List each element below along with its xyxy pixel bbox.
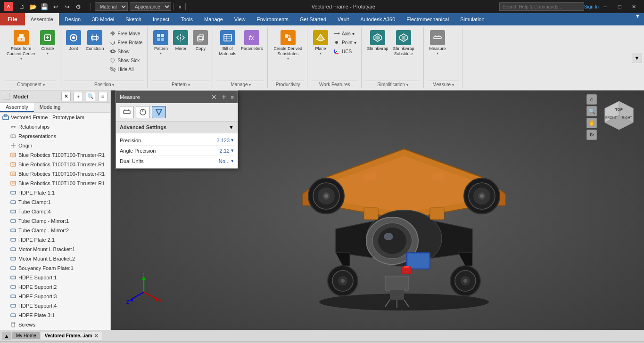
home-view-btn[interactable]: ⌂ — [586, 94, 597, 105]
shrinkwrap-sub-btn[interactable]: ShrinkwrapSubstitute — [391, 29, 416, 57]
hide-all-btn[interactable]: Hide All — [107, 65, 145, 74]
shrinkwrap-btn[interactable]: Shrinkwrap — [365, 29, 390, 52]
add-tree-btn[interactable]: + — [74, 92, 83, 101]
collapse-tree-btn[interactable]: ✕ — [61, 92, 71, 101]
tree-item-tubeclamp1[interactable]: Tube Clamp:1 — [0, 197, 110, 207]
tab-close-btn[interactable]: ✕ — [94, 333, 99, 339]
tree-item-thruster-4[interactable]: Blue Robotics T100T100-Thruster-R1 — [0, 179, 110, 188]
search-input[interactable] — [499, 2, 584, 11]
tree-item-tubeclamp4[interactable]: Tube Clamp:4 — [0, 207, 110, 216]
advanced-settings-toggle[interactable]: Advanced Settings ▼ — [116, 122, 238, 133]
copy-btn[interactable]: Copy — [191, 29, 210, 52]
tab-vectored-frame[interactable]: Vectored Frame...iam ✕ — [41, 332, 103, 340]
signin-label[interactable]: Sign In — [584, 4, 599, 9]
tree-item-representations[interactable]: Representations — [0, 131, 110, 141]
menu-simulation[interactable]: Simulation — [454, 13, 490, 25]
tree-item-hdpe3[interactable]: HDPE Plate 3:1 — [0, 310, 110, 320]
maximize-btn[interactable]: □ — [613, 2, 626, 11]
tree-item-origin[interactable]: Origin — [0, 141, 110, 150]
tree-item-thruster-2[interactable]: Blue Robotics T100T100-Thruster-R1 — [0, 160, 110, 169]
ribbon-expand-btn[interactable]: ▼ — [632, 53, 642, 63]
menu-autodesk-a360[interactable]: Autodesk A360 — [355, 13, 401, 25]
minimize-btn[interactable]: ─ — [599, 2, 612, 11]
tree-item-tubeclampm1[interactable]: Tube Clamp - Mirror:1 — [0, 216, 110, 226]
new-btn[interactable]: 🗋 — [17, 2, 26, 11]
angle-precision-value[interactable]: 2.12 ▾ — [220, 147, 234, 154]
zoom-btn[interactable]: 🔍 — [586, 106, 597, 116]
show-sick-btn[interactable]: Show Sick — [107, 56, 145, 65]
material-selector[interactable]: Material — [95, 2, 128, 11]
save-btn[interactable]: 💾 — [40, 2, 49, 11]
tree-item-relationships[interactable]: Relationships — [0, 122, 110, 131]
appearance-selector[interactable]: Appearance — [130, 2, 171, 11]
expand-ribbon-btn[interactable]: ▼ — [635, 13, 640, 25]
place-from-content-center-btn[interactable]: Place fromContent Center ▾ — [5, 29, 37, 62]
dual-units-value[interactable]: No... ▾ — [219, 158, 234, 164]
menu-environments[interactable]: Environments — [251, 13, 294, 25]
menu-view[interactable]: View — [229, 13, 251, 25]
tree-item-hdpe1[interactable]: HDPE Plate 1:1 — [0, 188, 110, 197]
menu-assemble[interactable]: Assemble — [25, 13, 59, 25]
menu-manage[interactable]: Manage — [198, 13, 229, 25]
tree-item-mmb1[interactable]: Motor Mount L Bracket:1 — [0, 245, 110, 254]
measure-btn[interactable]: Measure ▾ — [428, 29, 448, 57]
free-move-btn[interactable]: Free Move — [107, 29, 145, 38]
measure-panel-add-btn[interactable]: + — [222, 93, 226, 101]
menu-design[interactable]: Design — [59, 13, 86, 25]
tree-item-root[interactable]: Vectored Frame - Prototype.iam — [0, 113, 110, 122]
tree-item-support4[interactable]: HDPE Support:4 — [0, 301, 110, 310]
tab-nav-left-btn[interactable]: ▲ — [2, 332, 11, 340]
viewcube[interactable]: TOP RIGHT FRONT — [598, 94, 640, 137]
menu-sketch[interactable]: Sketch — [120, 13, 147, 25]
bom-btn[interactable]: Bill ofMaterials — [217, 29, 238, 57]
tab-modeling[interactable]: Modeling — [34, 103, 66, 112]
measure-tool-2-btn[interactable] — [136, 106, 150, 118]
tree-item-thruster-3[interactable]: Blue Robotics T100T100-Thruster-R1 — [0, 169, 110, 179]
undo-btn[interactable]: ↩ — [51, 2, 60, 11]
tree-item-screws[interactable]: Screws — [0, 320, 110, 329]
orbit-btn[interactable]: ↻ — [586, 130, 597, 140]
measure-panel-menu-btn[interactable]: ≡ — [231, 94, 234, 100]
tree-item-support1[interactable]: HDPE Support:1 — [0, 273, 110, 282]
tree-item-mmb2[interactable]: Motor Mount L Bracket:2 — [0, 254, 110, 263]
tree-item-hdpe2[interactable]: HDPE Plate 2:1 — [0, 235, 110, 245]
menu-inspect[interactable]: Inspect — [147, 13, 175, 25]
close-btn[interactable]: ✕ — [627, 2, 640, 11]
menu-electromechanical[interactable]: Electromechanical — [401, 13, 454, 25]
tree-item-support2[interactable]: HDPE Support:2 — [0, 282, 110, 292]
menu-3dmodel[interactable]: 3D Model — [86, 13, 120, 25]
measure-tool-1-btn[interactable] — [120, 106, 134, 118]
pattern-btn[interactable]: Pattern ▾ — [151, 29, 170, 57]
plane-btn[interactable]: Plane ▾ — [311, 29, 330, 57]
tree-item-thruster-1[interactable]: Blue Robotics T100T100-Thruster-R1 — [0, 150, 110, 160]
tree-item-foam[interactable]: Bouyancy Foam Plate:1 — [0, 263, 110, 273]
show-btn[interactable]: Show — [107, 47, 145, 56]
search-tree-btn[interactable]: 🔍 — [86, 92, 95, 101]
parameters-btn[interactable]: fx Parameters — [239, 29, 265, 52]
redo-btn[interactable]: ↪ — [62, 2, 72, 11]
file-menu[interactable]: File — [0, 13, 25, 25]
joint-btn[interactable]: Joint — [64, 29, 83, 52]
tree-item-tubeclampm2[interactable]: Tube Clamp - Mirror:2 — [0, 226, 110, 235]
measure-panel-close-btn[interactable]: ✕ — [211, 93, 217, 101]
precision-value[interactable]: 3.123 ▾ — [216, 137, 234, 143]
menu-vault[interactable]: Vault — [332, 13, 355, 25]
tree-menu-btn[interactable]: ≡ — [98, 92, 107, 101]
tab-my-home[interactable]: My Home — [12, 332, 40, 339]
menu-tools[interactable]: Tools — [175, 13, 198, 25]
settings-btn[interactable]: ⚙ — [74, 2, 83, 11]
derived-substitutes-btn[interactable]: Create DerivedSubstitutes ▾ — [272, 29, 304, 62]
create-btn[interactable]: Create ▾ — [38, 29, 57, 57]
tree-item-workplane[interactable]: Work Plane4 — [0, 329, 110, 330]
axis-btn[interactable]: Axis ▾ — [331, 29, 358, 38]
measure-tool-3-btn[interactable] — [152, 106, 166, 118]
pan-btn[interactable]: ✋ — [586, 118, 597, 128]
menu-getstarted[interactable]: Get Started — [294, 13, 332, 25]
point-btn[interactable]: Point ▾ — [331, 38, 358, 47]
mirror-btn[interactable]: Mirror — [171, 29, 190, 52]
tree-item-support3[interactable]: HDPE Support:3 — [0, 292, 110, 301]
free-rotate-btn[interactable]: Free Rotate — [107, 38, 145, 47]
tab-assembly[interactable]: Assembly — [0, 103, 34, 112]
open-btn[interactable]: 📂 — [28, 2, 38, 11]
ucs-btn[interactable]: UCS — [331, 47, 358, 56]
